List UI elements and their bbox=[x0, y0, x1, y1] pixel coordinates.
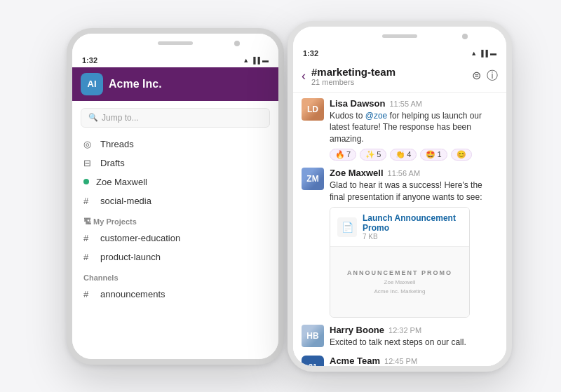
status-icons-front: ▲ ▐▐ ▬ bbox=[471, 50, 496, 57]
hash-icon-2: # bbox=[83, 233, 95, 243]
text-lisa: Kudos to @zoe for helping us launch our … bbox=[330, 110, 498, 145]
status-time-back: 1:32 bbox=[82, 56, 97, 65]
message-content-zoe: Zoe Maxwell 11:56 AM Glad to hear it was… bbox=[330, 168, 498, 318]
phone-top-bar-front bbox=[293, 27, 506, 46]
message-content-harry: Harry Boone 12:32 PM Excited to talk nex… bbox=[330, 325, 498, 349]
online-dot bbox=[83, 179, 89, 184]
status-bar-front: 1:32 ▲ ▐▐ ▬ bbox=[293, 46, 506, 60]
threads-icon: ◎ bbox=[83, 139, 95, 149]
file-attachment[interactable]: 📄 Launch Announcement Promo 7 KB ANNOUNC… bbox=[330, 207, 470, 318]
message-content-lisa: Lisa Dawson 11:55 AM Kudos to @zoe for h… bbox=[330, 98, 498, 161]
text-harry: Excited to talk next steps on our call. bbox=[330, 337, 498, 349]
file-size: 7 KB bbox=[363, 233, 462, 241]
file-preview-title: ANNOUNCEMENT PROMO bbox=[347, 269, 452, 276]
message-header-acme: Acme Team 12:45 PM bbox=[330, 356, 498, 365]
file-header: 📄 Launch Announcement Promo 7 KB bbox=[330, 208, 469, 247]
message-header-zoe: Zoe Maxwell 11:56 AM bbox=[330, 168, 498, 178]
avatar-img-harry: HB bbox=[302, 325, 324, 347]
customer-education-label: customer-education bbox=[100, 233, 180, 243]
camera-back bbox=[234, 41, 240, 46]
status-icons-back: ▲ ▐▐ ▬ bbox=[243, 57, 269, 64]
search-placeholder: Jump to... bbox=[102, 113, 139, 123]
battery-icon-front: ▬ bbox=[490, 50, 496, 57]
reaction-clap[interactable]: 👏 4 bbox=[390, 149, 417, 161]
channel-members: 21 members bbox=[311, 78, 466, 86]
phone-front: 1:32 ▲ ▐▐ ▬ ‹ #marketing-team 21 members… bbox=[288, 21, 512, 372]
zoe-label: Zoe Maxwell bbox=[96, 177, 147, 187]
product-launch-label: product-launch bbox=[100, 252, 161, 262]
info-icon[interactable]: ⓘ bbox=[487, 69, 498, 83]
reaction-fire[interactable]: 🔥 7 bbox=[330, 149, 356, 161]
file-preview-line2: Acme Inc. Marketing bbox=[374, 288, 426, 295]
avatar-acme: 31 bbox=[302, 356, 324, 365]
search-bar[interactable]: 🔍 Jump to... bbox=[81, 108, 270, 128]
sidebar-item-announcements[interactable]: # announcements bbox=[72, 285, 278, 304]
sidebar-item-social-media[interactable]: # social-media bbox=[72, 191, 278, 210]
sidebar-item-customer-education[interactable]: # customer-education bbox=[72, 229, 278, 248]
reaction-smile[interactable]: 😊 bbox=[451, 149, 472, 161]
sidebar-item-zoe[interactable]: Zoe Maxwell bbox=[72, 173, 278, 191]
channel-info: #marketing-team 21 members bbox=[311, 66, 466, 86]
message-header-harry: Harry Boone 12:32 PM bbox=[330, 325, 498, 335]
sidebar-item-product-launch[interactable]: # product-launch bbox=[72, 248, 278, 266]
text-zoe: Glad to hear it was a success! Here's th… bbox=[330, 180, 498, 203]
author-acme: Acme Team bbox=[330, 356, 380, 365]
my-projects-section: 🏗 My Projects bbox=[72, 210, 278, 229]
signal-icon: ▐▐ bbox=[251, 57, 260, 64]
phone-back: 1:32 ▲ ▐▐ ▬ AI Acme Inc. 🔍 Jump to... ◎ … bbox=[67, 28, 284, 365]
chat-content: ‹ #marketing-team 21 members ⊜ ⓘ LD bbox=[293, 60, 506, 366]
reaction-star[interactable]: 🤩 1 bbox=[420, 149, 447, 161]
reaction-sparkles[interactable]: ✨ 5 bbox=[360, 149, 386, 161]
back-button[interactable]: ‹ bbox=[302, 69, 306, 83]
projects-icon: 🏗 bbox=[83, 217, 91, 226]
message-zoe: ZM Zoe Maxwell 11:56 AM Glad to hear it … bbox=[302, 168, 498, 318]
workspace-icon: AI bbox=[81, 73, 103, 95]
speaker-back bbox=[158, 41, 193, 45]
sidebar-item-threads[interactable]: ◎ Threads bbox=[72, 135, 278, 154]
wifi-icon: ▲ bbox=[243, 57, 249, 64]
file-preview-line1: Zoe Maxwell bbox=[384, 279, 416, 285]
message-lisa: LD Lisa Dawson 11:55 AM Kudos to @zoe fo… bbox=[302, 98, 498, 161]
phones-container: 1:32 ▲ ▐▐ ▬ AI Acme Inc. 🔍 Jump to... ◎ … bbox=[7, 14, 554, 379]
social-media-label: social-media bbox=[100, 196, 151, 206]
chat-header-icons: ⊜ ⓘ bbox=[472, 69, 498, 83]
search-chat-icon[interactable]: ⊜ bbox=[472, 69, 481, 83]
sidebar-content: AI Acme Inc. 🔍 Jump to... ◎ Threads ⊟ Dr… bbox=[72, 67, 278, 359]
avatar-harry: HB bbox=[302, 325, 324, 347]
author-zoe: Zoe Maxwell bbox=[330, 168, 384, 178]
status-time-front: 1:32 bbox=[303, 49, 318, 58]
threads-label: Threads bbox=[100, 139, 134, 149]
time-harry: 12:32 PM bbox=[388, 326, 421, 334]
message-acme: 31 Acme Team 12:45 PM Event starting in … bbox=[302, 356, 498, 365]
avatar-lisa: LD bbox=[302, 98, 324, 121]
file-name: Launch Announcement Promo bbox=[363, 213, 462, 233]
hash-icon-4: # bbox=[83, 289, 95, 299]
time-zoe: 11:56 AM bbox=[388, 169, 420, 177]
avatar-zoe: ZM bbox=[302, 168, 324, 190]
reactions-lisa: 🔥 7 ✨ 5 👏 4 🤩 1 😊 bbox=[330, 149, 498, 161]
drafts-label: Drafts bbox=[100, 158, 125, 168]
avatar-img-lisa: LD bbox=[302, 98, 324, 121]
search-icon: 🔍 bbox=[88, 113, 98, 122]
workspace-name: Acme Inc. bbox=[109, 78, 162, 90]
status-bar-back: 1:32 ▲ ▐▐ ▬ bbox=[72, 53, 278, 67]
channels-section-header: Channels bbox=[72, 266, 278, 285]
projects-label: My Projects bbox=[93, 217, 137, 226]
signal-icon-front: ▐▐ bbox=[479, 50, 488, 57]
mention-zoe: @zoe bbox=[365, 111, 388, 121]
message-harry: HB Harry Boone 12:32 PM Excited to talk … bbox=[302, 325, 498, 349]
channel-name: #marketing-team bbox=[311, 66, 466, 78]
channels-label: Channels bbox=[83, 273, 119, 282]
chat-messages: LD Lisa Dawson 11:55 AM Kudos to @zoe fo… bbox=[293, 93, 506, 366]
author-lisa: Lisa Dawson bbox=[330, 98, 385, 109]
workspace-header[interactable]: AI Acme Inc. bbox=[72, 67, 278, 101]
file-preview: ANNOUNCEMENT PROMO Zoe Maxwell Acme Inc.… bbox=[330, 247, 469, 317]
time-acme: 12:45 PM bbox=[384, 357, 417, 365]
sidebar-item-drafts[interactable]: ⊟ Drafts bbox=[72, 154, 278, 173]
announcements-label: announcements bbox=[100, 289, 165, 299]
hash-icon-1: # bbox=[83, 196, 95, 206]
file-icon: 📄 bbox=[337, 217, 357, 237]
wifi-icon-front: ▲ bbox=[471, 50, 477, 57]
avatar-img-zoe: ZM bbox=[302, 168, 324, 190]
sidebar-nav: ◎ Threads ⊟ Drafts Zoe Maxwell # social-… bbox=[72, 135, 278, 359]
